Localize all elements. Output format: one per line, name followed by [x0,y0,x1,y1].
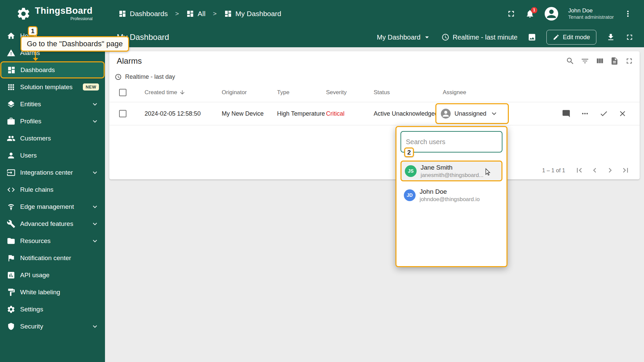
kebab-menu-icon[interactable] [623,9,633,18]
dashboard-canvas: Alarms Realtime - last day Created time … [105,47,644,362]
dashboard-selector[interactable]: My Dashboard [377,33,431,42]
dashboard-icon [7,66,16,74]
dashboard-icon [118,10,126,18]
guide-tooltip: Go to the "Dashboards" page [20,36,129,52]
wrench-icon [7,220,15,228]
breadcrumb-all[interactable]: All [186,10,205,18]
assignee-dropdown-trigger[interactable]: Unassigned [435,103,509,124]
breadcrumb: Dashboards > All > My Dashboard [118,10,281,18]
column-severity[interactable]: Severity [326,89,374,96]
integration-input-icon [7,168,15,177]
user-option-email: janesmith@thingsboard... [421,172,483,179]
edit-mode-button[interactable]: Edit mode [546,30,596,45]
chevron-down-icon [91,100,99,108]
breadcrumb-separator: > [211,10,219,17]
timewindow-selector[interactable]: Realtime - last minute [441,33,518,41]
user-name: John Doe [568,7,614,14]
chevron-down-icon [91,237,99,245]
prev-page-icon[interactable] [590,166,599,175]
alarm-ack-check-icon[interactable] [599,109,608,118]
alarms-widget: Alarms Realtime - last day Created time … [109,51,640,179]
dashboard-image-icon[interactable] [528,33,536,42]
widget-timewindow[interactable]: Realtime - last day [109,71,640,83]
alarm-more-icon[interactable] [581,109,589,118]
search-icon[interactable] [566,57,575,65]
shield-icon [7,322,15,331]
apps-grid-icon [7,83,15,92]
sort-desc-icon [179,89,185,96]
guide-connector-line [35,52,36,58]
sidebar-item-users[interactable]: Users [0,147,105,164]
last-page-icon[interactable] [621,166,630,175]
fullscreen-dashboard-icon[interactable] [625,33,634,42]
filter-icon[interactable] [581,57,589,65]
alarms-table-header: Created time Originator Type Severity St… [109,83,640,102]
people-icon [7,134,15,143]
user-avatar[interactable] [544,6,559,21]
flag-icon [7,254,15,262]
columns-icon[interactable] [595,57,604,65]
fullscreen-icon[interactable] [506,9,516,18]
search-users-input[interactable] [406,138,495,146]
download-icon[interactable] [606,33,615,42]
breadcrumb-label: My Dashboard [235,10,281,18]
user-option-email: johndoe@thingsboard.io [420,196,480,203]
sidebar-item-integrations-center[interactable]: Integrations center [0,164,105,181]
select-all-checkbox[interactable] [119,89,126,96]
router-wifi-icon [7,202,15,211]
sidebar-item-rule-chains[interactable]: Rule chains [0,181,105,198]
user-option-jane-smith[interactable]: JS Jane Smith janesmith@thingsboard... [400,161,502,181]
warning-icon [7,49,15,57]
sidebar-item-settings[interactable]: Settings [0,301,105,318]
table-pagination: 1 – 1 of 1 [109,161,640,179]
breadcrumb-my-dashboard[interactable]: My Dashboard [224,10,281,18]
sidebar-item-solution-templates[interactable]: Solution templates NEW [0,78,105,96]
dashboard-group-icon [186,10,194,18]
breadcrumb-separator: > [173,10,181,17]
cursor-pointer-icon [484,168,493,176]
pencil-icon [553,34,559,41]
guide-step-2-badge: 2 [404,147,414,157]
thingsboard-logo[interactable]: ThingsBoard Professional [0,6,105,21]
logo-subtitle: Professional [70,16,93,21]
sidebar-item-profiles[interactable]: Profiles [0,113,105,130]
sidebar-item-notification-center[interactable]: Notification center [0,249,105,266]
next-page-icon[interactable] [605,166,615,175]
user-role: Tenant administrator [568,14,614,20]
user-search-box[interactable] [400,131,502,153]
export-file-icon[interactable] [610,57,619,65]
breadcrumb-label: Dashboards [130,10,168,18]
sidebar-item-entities[interactable]: Entities [0,96,105,113]
column-status[interactable]: Status [374,89,443,96]
sidebar-item-white-labeling[interactable]: White labeling [0,284,105,301]
column-originator[interactable]: Originator [222,89,277,96]
sidebar-item-advanced-features[interactable]: Advanced features [0,215,105,232]
alarm-status: Active Unacknowledged [374,110,443,117]
user-option-name: John Doe [420,188,480,196]
first-page-icon[interactable] [575,166,584,175]
sidebar-item-customers[interactable]: Customers [0,130,105,147]
widget-fullscreen-icon[interactable] [625,57,634,65]
row-checkbox[interactable] [119,110,126,117]
column-assignee[interactable]: Assignee [443,89,558,96]
sidebar-item-edge-management[interactable]: Edge management [0,198,105,215]
guide-arrow-icon [33,58,38,61]
sidebar-item-resources[interactable]: Resources [0,232,105,249]
breadcrumb-dashboards[interactable]: Dashboards [118,10,168,18]
sidebar-item-dashboards[interactable]: Dashboards [0,61,105,78]
format-paint-icon [7,288,15,297]
new-badge: NEW [83,83,99,90]
alarm-row[interactable]: 2024-02-05 12:58:50 My New Device High T… [109,102,640,125]
widget-title: Alarms [117,56,142,66]
person-icon [7,151,15,160]
column-created-time[interactable]: Created time [145,89,222,96]
dashboard-toolbar: My Dashboard My Dashboard Realtime - las… [105,27,644,47]
column-type[interactable]: Type [277,89,326,96]
sidebar-item-api-usage[interactable]: API usage [0,266,105,284]
thingsboard-gear-icon [16,6,31,21]
sidebar-item-security[interactable]: Security [0,318,105,335]
folder-icon [7,237,15,245]
user-option-john-doe[interactable]: JD John Doe johndoe@thingsboard.io [400,185,502,205]
alarm-clear-close-icon[interactable] [618,109,627,118]
alarm-comment-icon[interactable] [562,109,571,118]
